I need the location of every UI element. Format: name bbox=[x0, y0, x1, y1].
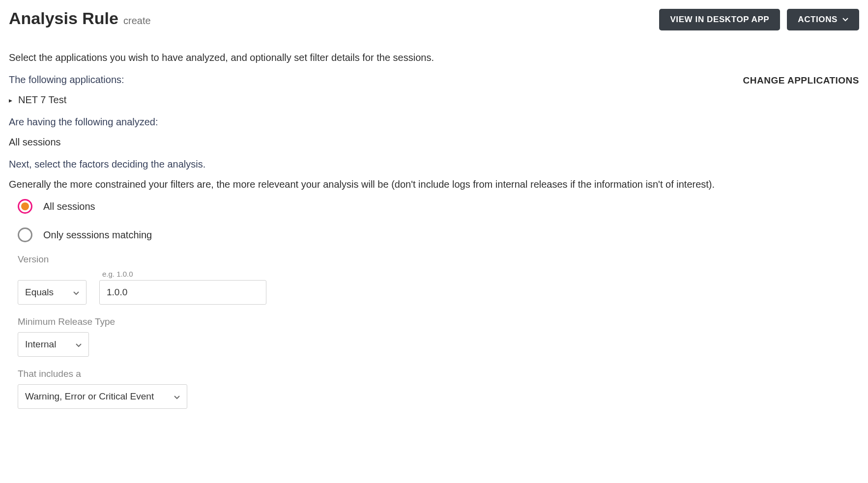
radio-matching-label: Only sesssions matching bbox=[43, 229, 152, 241]
radio-icon bbox=[18, 227, 32, 242]
version-value: 1.0.0 bbox=[107, 287, 127, 298]
radio-all-sessions[interactable]: All sessions bbox=[18, 199, 859, 214]
page-subtitle: create bbox=[123, 15, 151, 27]
includes-label: That includes a bbox=[18, 369, 859, 379]
applications-row: The following applications: CHANGE APPLI… bbox=[9, 74, 859, 94]
version-input[interactable]: 1.0.0 bbox=[99, 280, 266, 305]
radio-all-label: All sessions bbox=[43, 201, 95, 212]
analyzed-value: All sessions bbox=[9, 137, 859, 148]
application-list: ▸ NET 7 Test bbox=[9, 94, 859, 106]
includes-select[interactable]: Warning, Error or Critical Event bbox=[18, 384, 187, 409]
includes-filter: That includes a Warning, Error or Critic… bbox=[9, 369, 859, 409]
min-release-label: Minimum Release Type bbox=[18, 316, 859, 327]
intro-text: Select the applications you wish to have… bbox=[9, 52, 859, 63]
actions-button[interactable]: ACTIONS bbox=[787, 9, 859, 30]
view-in-desktop-label: VIEW IN DESKTOP APP bbox=[670, 15, 769, 25]
application-name: NET 7 Test bbox=[18, 94, 66, 106]
caret-down-icon bbox=[842, 18, 848, 22]
factors-help: Generally the more constrained your filt… bbox=[9, 179, 859, 190]
analyzed-heading: Are having the following analyzed: bbox=[9, 116, 859, 128]
caret-down-icon bbox=[174, 391, 180, 402]
page-title: Analysis Rule bbox=[9, 9, 118, 28]
version-filter: Version Equals e.g. 1.0.0 1.0.0 bbox=[9, 254, 859, 305]
page-header: Analysis Rule create VIEW IN DESKTOP APP… bbox=[9, 9, 859, 30]
change-applications-link[interactable]: CHANGE APPLICATIONS bbox=[743, 74, 859, 86]
min-release-value: Internal bbox=[25, 339, 56, 350]
view-in-desktop-button[interactable]: VIEW IN DESKTOP APP bbox=[659, 9, 780, 30]
caret-down-icon bbox=[76, 339, 82, 350]
version-label: Version bbox=[18, 254, 859, 265]
bullet-icon: ▸ bbox=[9, 97, 12, 104]
session-scope-radio-group: All sessions Only sesssions matching bbox=[9, 199, 859, 242]
version-operator-select[interactable]: Equals bbox=[18, 280, 87, 305]
min-release-select[interactable]: Internal bbox=[18, 332, 89, 357]
includes-value: Warning, Error or Critical Event bbox=[25, 391, 154, 402]
applications-heading: The following applications: bbox=[9, 74, 124, 85]
list-item: ▸ NET 7 Test bbox=[9, 94, 859, 106]
radio-icon bbox=[18, 199, 32, 214]
header-actions: VIEW IN DESKTOP APP ACTIONS bbox=[659, 9, 859, 30]
version-input-group: e.g. 1.0.0 1.0.0 bbox=[99, 270, 266, 305]
min-release-filter: Minimum Release Type Internal bbox=[9, 316, 859, 357]
factors-heading: Next, select the factors deciding the an… bbox=[9, 159, 859, 170]
version-placeholder-hint: e.g. 1.0.0 bbox=[99, 270, 266, 278]
caret-down-icon bbox=[73, 287, 79, 298]
version-operator-value: Equals bbox=[25, 287, 54, 298]
actions-label: ACTIONS bbox=[798, 15, 838, 25]
radio-only-matching[interactable]: Only sesssions matching bbox=[18, 227, 859, 242]
title-group: Analysis Rule create bbox=[9, 9, 151, 28]
